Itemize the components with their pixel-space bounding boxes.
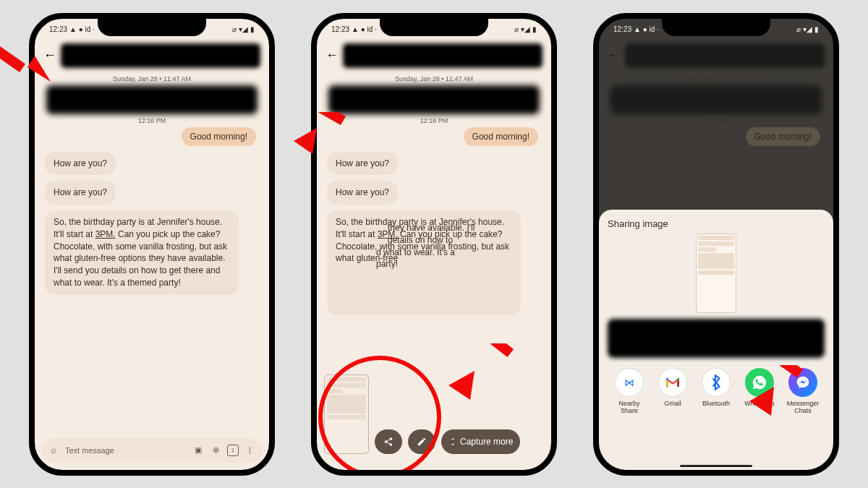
power-button[interactable]: [273, 134, 275, 185]
message-redacted: [328, 85, 540, 114]
compose-placeholder: Text message: [65, 446, 114, 455]
msg-text: d what to wear. It's a: [376, 247, 455, 257]
volume-down-button[interactable]: [29, 179, 31, 217]
notch: [98, 17, 206, 36]
share-app-nearby[interactable]: ⋈ Nearby Share: [610, 368, 649, 414]
conversation-screen: ← Sunday, Jan 28 • 11:47 AM 12:16 PM Goo…: [317, 39, 551, 470]
phone-3: 12:23 ▲ ● id · ⌀ ▾◢ ▮ ← Sunday, Jan 28 •…: [593, 13, 839, 476]
incoming-message-1[interactable]: How are you?: [327, 152, 398, 176]
timestamp-1: Sunday, Jan 28 • 11:47 AM: [42, 75, 262, 82]
contact-suggestions-redacted[interactable]: [608, 319, 825, 358]
back-icon[interactable]: ←: [43, 48, 56, 63]
timestamp-1: Sunday, Jan 28 • 11:47 AM: [324, 75, 544, 82]
status-indicators: ▲ ● id ·: [69, 25, 95, 33]
messenger-icon: [788, 368, 817, 397]
bluetooth-icon: [702, 368, 731, 397]
app-label: Nearby Share: [610, 400, 649, 414]
status-right: ⌀ ▾◢ ▮: [232, 25, 255, 33]
incoming-message-3[interactable]: So, the birthday party is at Jennifer's …: [327, 210, 521, 315]
app-label: Bluetooth: [702, 400, 730, 407]
share-title: Sharing image: [608, 218, 825, 229]
volume-up-button[interactable]: [593, 134, 595, 172]
outgoing-message[interactable]: Good morning!: [464, 127, 538, 146]
gmail-icon: [658, 368, 687, 397]
power-button[interactable]: [555, 134, 557, 185]
incoming-message-2[interactable]: How are you?: [327, 181, 398, 205]
nearby-share-icon: ⋈: [615, 368, 644, 397]
conversation-screen: ← Sunday, Jan 28 • 11:47 AM 12:16 PM Goo…: [35, 39, 269, 470]
capture-more-button[interactable]: Capture more: [441, 429, 520, 454]
status-time: 12:23: [613, 25, 631, 33]
screenshot-thumbnail[interactable]: [324, 374, 369, 454]
msg-text: party!: [376, 259, 398, 269]
power-button[interactable]: [837, 134, 839, 185]
home-indicator[interactable]: [680, 465, 752, 467]
contact-name-redacted: [61, 43, 260, 68]
expand-icon: [448, 437, 457, 446]
message-redacted: [46, 85, 258, 114]
status-time: 12:23: [49, 25, 67, 33]
time-link[interactable]: 3PM.: [95, 229, 116, 239]
conversation-header: ←: [42, 39, 262, 72]
volume-down-button[interactable]: [311, 179, 313, 217]
phone-2: 12:23 ▲ ● id · ⌀ ▾◢ ▮ ← Sunday, Jan 28 •…: [311, 13, 557, 476]
incoming-message-3[interactable]: So, the birthday party is at Jennifer's …: [45, 210, 239, 295]
msg-text: details on how to: [388, 235, 453, 245]
sim-icon[interactable]: 1: [227, 445, 239, 456]
screenshot-toolbar: Capture more: [324, 374, 544, 454]
status-right: ⌀ ▾◢ ▮: [796, 25, 819, 33]
share-icon: [383, 437, 393, 447]
volume-up-button[interactable]: [311, 134, 313, 172]
share-button[interactable]: [375, 429, 402, 454]
status-indicators: ▲ ● id ·: [352, 25, 377, 33]
back-icon[interactable]: ←: [326, 48, 339, 63]
incoming-message-2[interactable]: How are you?: [45, 181, 116, 205]
voice-icon[interactable]: ⦚: [244, 445, 256, 456]
share-apps-row: ⋈ Nearby Share Gmail Bluetooth WhatsApp: [608, 368, 825, 414]
svg-rect-0: [0, 41, 25, 72]
app-label: WhatsApp: [744, 400, 775, 407]
status-right: ⌀ ▾◢ ▮: [514, 25, 537, 33]
app-label: Messenger Chats: [783, 400, 822, 414]
phone-1: 12:23 ▲ ● id · ⌀ ▾◢ ▮ ← Sunday, Jan 28 •…: [29, 13, 275, 476]
add-icon[interactable]: ⊕: [210, 445, 221, 456]
timestamp-2: 12:16 PM: [42, 117, 262, 124]
side-button: [311, 98, 313, 120]
share-sheet[interactable]: Sharing image ⋈ Nearby Share Gmail Bluet…: [599, 210, 833, 470]
share-app-messenger[interactable]: Messenger Chats: [783, 368, 822, 414]
dim-overlay[interactable]: [599, 19, 833, 221]
incoming-message-1[interactable]: How are you?: [45, 152, 116, 176]
share-app-whatsapp[interactable]: WhatsApp: [740, 368, 779, 414]
app-label: Gmail: [664, 400, 681, 407]
notch: [662, 17, 770, 36]
capture-more-label: Capture more: [460, 437, 513, 447]
edit-button[interactable]: [408, 429, 435, 454]
conversation-header: ←: [324, 39, 544, 72]
share-app-bluetooth[interactable]: Bluetooth: [697, 368, 736, 414]
emoji-icon[interactable]: ☺: [48, 445, 59, 456]
compose-bar[interactable]: ☺ Text message ▣ ⊕ 1 ⦚: [42, 438, 262, 463]
side-button: [29, 98, 31, 120]
volume-up-button[interactable]: [29, 134, 31, 172]
timestamp-2: 12:16 PM: [324, 117, 544, 124]
notch: [380, 17, 488, 36]
share-thumbnail[interactable]: [696, 234, 736, 313]
msg-text: they have available. I'll: [388, 223, 475, 233]
volume-down-button[interactable]: [593, 179, 595, 217]
side-button: [593, 98, 595, 120]
status-time: 12:23: [331, 25, 349, 33]
pencil-icon: [417, 437, 427, 447]
contact-name-redacted: [343, 43, 542, 68]
status-indicators: ▲ ● id ·: [634, 25, 659, 33]
share-app-gmail[interactable]: Gmail: [653, 368, 692, 414]
whatsapp-icon: [745, 368, 774, 397]
gallery-icon[interactable]: ▣: [192, 445, 204, 456]
outgoing-message[interactable]: Good morning!: [182, 127, 256, 146]
